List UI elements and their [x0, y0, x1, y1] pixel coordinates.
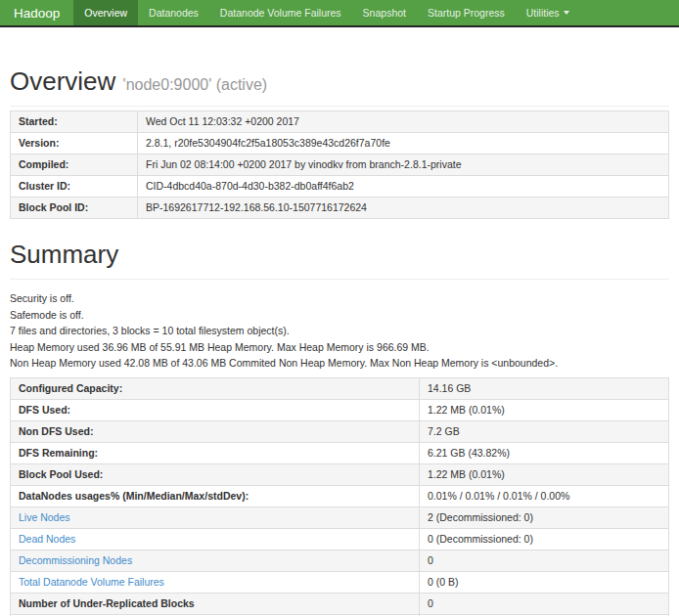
table-row-configured-capacity: Configured Capacity: 14.16 GB — [11, 378, 669, 400]
brand-hadoop[interactable]: Hadoop — [0, 0, 73, 25]
row-label: DataNodes usages% (Min/Median/Max/stdDev… — [19, 490, 249, 502]
table-row-dfs-remaining: DFS Remaining: 6.21 GB (43.82%) — [11, 443, 669, 464]
table-row-started: Started: Wed Oct 11 12:03:32 +0200 2017 — [11, 111, 669, 133]
summary-line: Heap Memory used 36.96 MB of 55.91 MB He… — [10, 342, 669, 353]
nav-tab-label: Utilities — [526, 7, 560, 19]
row-label: Compiled: — [19, 158, 68, 170]
table-row-dead-nodes: Dead Nodes 0 (Decommissioned: 0) — [11, 529, 669, 550]
nav-tab-datanode-volume-failures[interactable]: Datanode Volume Failures — [209, 0, 352, 25]
table-row-total-datanode-volume-failures: Total Datanode Volume Failures 0 (0 B) — [11, 572, 669, 594]
navbar-tabs: Overview Datanodes Datanode Volume Failu… — [73, 0, 579, 25]
row-label: Version: — [19, 137, 59, 149]
row-value: 1.22 MB (0.01%) — [420, 464, 669, 486]
table-row-block-pool-used: Block Pool Used: 1.22 MB (0.01%) — [11, 464, 669, 486]
nav-tab-utilities[interactable]: Utilities — [516, 0, 580, 25]
table-row-block-pool-id: Block Pool ID: BP-1692617712-192.168.56.… — [11, 198, 669, 219]
nav-tab-label: Datanodes — [149, 7, 199, 19]
table-row-datanodes-usages-min-median-max-stddev: DataNodes usages% (Min/Median/Max/stdDev… — [11, 486, 669, 507]
overview-table: Started: Wed Oct 11 12:03:32 +0200 2017 … — [10, 110, 669, 219]
nav-tab-overview[interactable]: Overview — [73, 0, 138, 25]
summary-table: Configured Capacity: 14.16 GB DFS Used: … — [10, 377, 669, 616]
nav-tab-snapshot[interactable]: Snapshot — [352, 0, 417, 25]
row-label: Cluster ID: — [19, 180, 70, 192]
table-row-non-dfs-used: Non DFS Used: 7.2 GB — [11, 421, 669, 443]
table-row-compiled: Compiled: Fri Jun 02 08:14:00 +0200 2017… — [11, 154, 669, 176]
row-label: Started: — [19, 115, 58, 127]
nav-tab-startup-progress[interactable]: Startup Progress — [417, 0, 516, 25]
summary-link-total-datanode-volume-failures[interactable]: Total Datanode Volume Failures — [19, 576, 164, 588]
row-value: 0 — [420, 550, 669, 572]
table-row-cluster-id: Cluster ID: CID-4dbcd40a-870d-4d30-b382-… — [11, 176, 669, 198]
nav-tab-label: Datanode Volume Failures — [220, 7, 341, 19]
summary-heading: Summary — [10, 240, 669, 280]
summary-line: Security is off. — [10, 293, 669, 304]
nav-tab-datanodes[interactable]: Datanodes — [138, 0, 209, 25]
chevron-down-icon — [564, 11, 569, 15]
overview-heading: Overview 'node0:9000' (active) — [10, 66, 669, 107]
row-label: Block Pool ID: — [19, 201, 88, 213]
nav-tab-label: Startup Progress — [428, 7, 505, 19]
row-value: 2 (Decommissioned: 0) — [420, 507, 669, 529]
row-label: Non DFS Used: — [19, 425, 93, 437]
table-row-number-of-under-replicated-blocks: Number of Under-Replicated Blocks 0 — [11, 594, 669, 615]
summary-link-dead-nodes[interactable]: Dead Nodes — [19, 533, 75, 545]
row-value: 7.2 GB — [420, 421, 669, 443]
row-label: Configured Capacity: — [19, 382, 122, 394]
row-value: 6.21 GB (43.82%) — [420, 443, 669, 464]
row-value: Wed Oct 11 12:03:32 +0200 2017 — [138, 111, 669, 133]
page-title: Overview — [10, 66, 115, 96]
table-row-dfs-used: DFS Used: 1.22 MB (0.01%) — [11, 400, 669, 421]
row-label: Block Pool Used: — [19, 468, 103, 480]
table-row-version: Version: 2.8.1, r20fe5304904fc2f5a18053c… — [11, 133, 669, 154]
row-value: 0 (0 B) — [420, 572, 669, 594]
row-value: Fri Jun 02 08:14:00 +0200 2017 by vinodk… — [138, 154, 669, 176]
row-value: 0 (Decommissioned: 0) — [420, 529, 669, 550]
row-label: Number of Under-Replicated Blocks — [19, 597, 195, 609]
row-value: 0 — [420, 594, 669, 615]
table-row-live-nodes: Live Nodes 2 (Decommissioned: 0) — [11, 507, 669, 529]
row-label: DFS Used: — [19, 404, 70, 416]
nav-tab-label: Overview — [84, 7, 127, 19]
row-label: DFS Remaining: — [19, 447, 98, 459]
summary-paragraphs: Security is off. Safemode is off. 7 file… — [10, 293, 669, 369]
namenode-address-state: 'node0:9000' (active) — [123, 76, 268, 93]
summary-line: Non Heap Memory used 42.08 MB of 43.06 M… — [10, 358, 669, 369]
summary-link-live-nodes[interactable]: Live Nodes — [19, 511, 70, 523]
row-value: 14.16 GB — [420, 378, 669, 400]
row-value: CID-4dbcd40a-870d-4d30-b382-db0aff4f6ab2 — [138, 176, 669, 198]
nav-tab-label: Snapshot — [363, 7, 406, 19]
summary-line: 7 files and directories, 3 blocks = 10 t… — [10, 326, 669, 336]
top-navbar: Hadoop Overview Datanodes Datanode Volum… — [0, 0, 679, 27]
row-value: 0.01% / 0.01% / 0.01% / 0.00% — [420, 486, 669, 507]
row-value: 1.22 MB (0.01%) — [420, 400, 669, 421]
page-content: Overview 'node0:9000' (active) Started: … — [0, 66, 679, 616]
row-value: 2.8.1, r20fe5304904fc2f5a18053c389e43cd2… — [138, 133, 669, 154]
summary-title: Summary — [10, 240, 118, 269]
summary-line: Safemode is off. — [10, 310, 669, 321]
row-value: BP-1692617712-192.168.56.10-150771617262… — [138, 198, 669, 219]
table-row-decommissioning-nodes: Decommissioning Nodes 0 — [11, 550, 669, 572]
summary-link-decommissioning-nodes[interactable]: Decommissioning Nodes — [19, 554, 132, 566]
